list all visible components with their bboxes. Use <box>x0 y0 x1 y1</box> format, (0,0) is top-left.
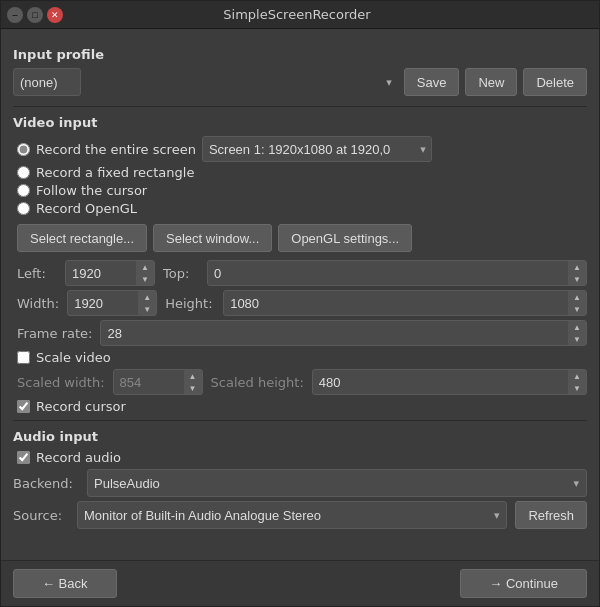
radio-opengl-row: Record OpenGL <box>13 201 587 216</box>
width-height-row: Width: ▲ ▼ Height: ▲ ▼ <box>13 290 587 316</box>
framerate-down-arrow[interactable]: ▼ <box>568 333 586 345</box>
scaled-height-spinbox[interactable] <box>312 369 587 395</box>
profile-select[interactable]: (none) <box>13 68 81 96</box>
continue-button[interactable]: → Continue <box>460 569 587 598</box>
radio-entire-screen-label[interactable]: Record the entire screen <box>36 142 196 157</box>
radio-follow-cursor-row: Follow the cursor <box>13 183 587 198</box>
backend-select-wrapper: PulseAudio ALSA JACK <box>87 469 587 497</box>
scale-video-label[interactable]: Scale video <box>36 350 111 365</box>
scaled-height-arrows: ▲ ▼ <box>568 369 586 395</box>
backend-label: Backend: <box>13 476 79 491</box>
select-window-button[interactable]: Select window... <box>153 224 272 252</box>
minimize-button[interactable]: – <box>7 7 23 23</box>
main-window: – □ ✕ SimpleScreenRecorder Input profile… <box>0 0 600 607</box>
scaled-width-label: Scaled width: <box>17 375 105 390</box>
input-profile-row: (none) Save New Delete <box>13 68 587 96</box>
width-down-arrow[interactable]: ▼ <box>138 303 156 315</box>
width-spinbox-arrows: ▲ ▼ <box>138 290 156 316</box>
screen-select[interactable]: Screen 1: 1920x1080 at 1920,0 <box>202 136 432 162</box>
source-select[interactable]: Monitor of Built-in Audio Analogue Stere… <box>77 501 507 529</box>
height-label: Height: <box>165 296 215 311</box>
refresh-button[interactable]: Refresh <box>515 501 587 529</box>
bottom-bar: ← Back → Continue <box>1 560 599 606</box>
scaled-height-up-arrow[interactable]: ▲ <box>568 370 586 382</box>
source-row: Source: Monitor of Built-in Audio Analog… <box>13 501 587 529</box>
framerate-label: Frame rate: <box>17 326 92 341</box>
restore-button[interactable]: □ <box>27 7 43 23</box>
source-select-wrapper: Monitor of Built-in Audio Analogue Stere… <box>77 501 507 529</box>
radio-opengl[interactable] <box>17 202 30 215</box>
scale-video-row: Scale video <box>13 350 587 365</box>
framerate-row: Frame rate: ▲ ▼ <box>13 320 587 346</box>
radio-fixed-rect-row: Record a fixed rectangle <box>13 165 587 180</box>
top-down-arrow[interactable]: ▼ <box>568 273 586 285</box>
radio-follow-cursor-label[interactable]: Follow the cursor <box>36 183 147 198</box>
width-label: Width: <box>17 296 59 311</box>
video-input-label: Video input <box>13 115 587 130</box>
record-cursor-label[interactable]: Record cursor <box>36 399 126 414</box>
framerate-spinbox-arrows: ▲ ▼ <box>568 320 586 346</box>
close-button[interactable]: ✕ <box>47 7 63 23</box>
radio-entire-screen-row: Record the entire screen Screen 1: 1920x… <box>13 136 587 162</box>
framerate-wrapper: ▲ ▼ <box>100 320 587 346</box>
screen-select-wrapper: Screen 1: 1920x1080 at 1920,0 <box>202 136 432 162</box>
framerate-spinbox[interactable] <box>100 320 587 346</box>
opengl-settings-button[interactable]: OpenGL settings... <box>278 224 412 252</box>
main-content: Input profile (none) Save New Delete Vid… <box>1 29 599 560</box>
left-top-row: Left: ▲ ▼ Top: ▲ ▼ <box>13 260 587 286</box>
titlebar-controls: – □ ✕ <box>7 7 63 23</box>
scale-video-checkbox[interactable] <box>17 351 30 364</box>
backend-select[interactable]: PulseAudio ALSA JACK <box>87 469 587 497</box>
height-up-arrow[interactable]: ▲ <box>568 291 586 303</box>
separator-1 <box>13 106 587 107</box>
radio-follow-cursor[interactable] <box>17 184 30 197</box>
rect-window-btn-row: Select rectangle... Select window... Ope… <box>13 224 587 252</box>
left-down-arrow[interactable]: ▼ <box>136 273 154 285</box>
top-spinbox-arrows: ▲ ▼ <box>568 260 586 286</box>
record-audio-checkbox[interactable] <box>17 451 30 464</box>
select-rectangle-button[interactable]: Select rectangle... <box>17 224 147 252</box>
left-label: Left: <box>17 266 57 281</box>
record-audio-label[interactable]: Record audio <box>36 450 121 465</box>
top-up-arrow[interactable]: ▲ <box>568 261 586 273</box>
height-spinbox-arrows: ▲ ▼ <box>568 290 586 316</box>
height-down-arrow[interactable]: ▼ <box>568 303 586 315</box>
scaled-height-label: Scaled height: <box>211 375 304 390</box>
width-spinbox-wrapper: ▲ ▼ <box>67 290 157 316</box>
height-spinbox-wrapper: ▲ ▼ <box>223 290 587 316</box>
top-label: Top: <box>163 266 199 281</box>
radio-fixed-rect-label[interactable]: Record a fixed rectangle <box>36 165 194 180</box>
left-up-arrow[interactable]: ▲ <box>136 261 154 273</box>
framerate-up-arrow[interactable]: ▲ <box>568 321 586 333</box>
window-title: SimpleScreenRecorder <box>63 7 531 22</box>
input-profile-label: Input profile <box>13 47 587 62</box>
delete-button[interactable]: Delete <box>523 68 587 96</box>
height-spinbox[interactable] <box>223 290 587 316</box>
scaled-dimensions-row: Scaled width: ▲ ▼ Scaled height: ▲ ▼ <box>13 369 587 395</box>
profile-select-wrapper: (none) <box>13 68 398 96</box>
radio-entire-screen[interactable] <box>17 143 30 156</box>
back-button[interactable]: ← Back <box>13 569 117 598</box>
top-spinbox-wrapper: ▲ ▼ <box>207 260 587 286</box>
left-spinbox-wrapper: ▲ ▼ <box>65 260 155 286</box>
save-button[interactable]: Save <box>404 68 460 96</box>
source-label: Source: <box>13 508 69 523</box>
record-cursor-checkbox[interactable] <box>17 400 30 413</box>
titlebar: – □ ✕ SimpleScreenRecorder <box>1 1 599 29</box>
separator-2 <box>13 420 587 421</box>
new-button[interactable]: New <box>465 68 517 96</box>
backend-row: Backend: PulseAudio ALSA JACK <box>13 469 587 497</box>
scaled-width-up-arrow[interactable]: ▲ <box>184 370 202 382</box>
width-up-arrow[interactable]: ▲ <box>138 291 156 303</box>
audio-input-label: Audio input <box>13 429 587 444</box>
record-cursor-row: Record cursor <box>13 399 587 414</box>
scaled-height-wrapper: ▲ ▼ <box>312 369 587 395</box>
radio-opengl-label[interactable]: Record OpenGL <box>36 201 137 216</box>
scaled-height-down-arrow[interactable]: ▼ <box>568 382 586 394</box>
scaled-width-down-arrow[interactable]: ▼ <box>184 382 202 394</box>
top-spinbox[interactable] <box>207 260 587 286</box>
left-spinbox-arrows: ▲ ▼ <box>136 260 154 286</box>
scaled-width-wrapper: ▲ ▼ <box>113 369 203 395</box>
radio-fixed-rect[interactable] <box>17 166 30 179</box>
scaled-width-arrows: ▲ ▼ <box>184 369 202 395</box>
